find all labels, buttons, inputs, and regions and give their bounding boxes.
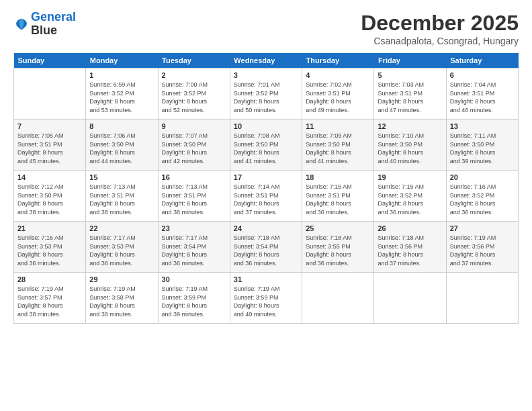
calendar-header: SundayMondayTuesdayWednesdayThursdayFrid… [14,53,519,68]
day-number: 23 [162,224,226,232]
calendar-cell: 20Sunrise: 7:16 AM Sunset: 3:52 PM Dayli… [446,171,518,222]
day-info: Sunrise: 7:13 AM Sunset: 3:51 PM Dayligh… [89,183,154,216]
calendar-cell: 21Sunrise: 7:16 AM Sunset: 3:53 PM Dayli… [14,222,86,273]
calendar-cell: 5Sunrise: 7:03 AM Sunset: 3:51 PM Daylig… [374,68,446,120]
day-number: 11 [306,122,370,130]
weekday-header-wednesday: Wednesday [230,53,302,68]
weekday-header-sunday: Sunday [14,53,86,68]
day-info: Sunrise: 7:06 AM Sunset: 3:50 PM Dayligh… [89,132,154,165]
day-number: 19 [378,173,442,181]
calendar-body: 1Sunrise: 6:59 AM Sunset: 3:52 PM Daylig… [14,68,519,324]
day-number: 20 [450,173,515,181]
day-info: Sunrise: 7:17 AM Sunset: 3:53 PM Dayligh… [89,234,154,267]
calendar-cell: 14Sunrise: 7:12 AM Sunset: 3:50 PM Dayli… [14,171,86,222]
header: General Blue December 2025 Csanadpalota,… [13,11,519,46]
calendar-cell: 13Sunrise: 7:11 AM Sunset: 3:50 PM Dayli… [446,120,518,171]
day-number: 7 [17,122,82,130]
day-number: 25 [306,224,370,232]
day-number: 15 [89,173,154,181]
day-info: Sunrise: 7:16 AM Sunset: 3:53 PM Dayligh… [17,234,82,267]
day-info: Sunrise: 7:11 AM Sunset: 3:50 PM Dayligh… [450,132,515,165]
weekday-header-monday: Monday [86,53,158,68]
month-title: December 2025 [361,11,519,36]
calendar-cell [374,273,446,324]
calendar-week-3: 14Sunrise: 7:12 AM Sunset: 3:50 PM Dayli… [14,171,519,222]
calendar-cell: 28Sunrise: 7:19 AM Sunset: 3:57 PM Dayli… [14,273,86,324]
logo-icon [13,16,30,32]
page: General Blue December 2025 Csanadpalota,… [0,0,532,411]
day-number: 29 [89,275,154,283]
day-info: Sunrise: 7:04 AM Sunset: 3:51 PM Dayligh… [450,81,515,114]
day-number: 28 [17,275,82,283]
day-info: Sunrise: 7:07 AM Sunset: 3:50 PM Dayligh… [162,132,226,165]
day-info: Sunrise: 7:09 AM Sunset: 3:50 PM Dayligh… [306,132,370,165]
day-number: 8 [89,122,154,130]
day-info: Sunrise: 7:18 AM Sunset: 3:54 PM Dayligh… [234,234,298,267]
day-number: 22 [89,224,154,232]
calendar-cell: 11Sunrise: 7:09 AM Sunset: 3:50 PM Dayli… [302,120,374,171]
day-number: 24 [234,224,298,232]
calendar-cell: 31Sunrise: 7:19 AM Sunset: 3:59 PM Dayli… [230,273,302,324]
calendar-cell: 16Sunrise: 7:13 AM Sunset: 3:51 PM Dayli… [158,171,230,222]
calendar-cell [446,273,518,324]
day-info: Sunrise: 7:05 AM Sunset: 3:51 PM Dayligh… [17,132,82,165]
day-number: 1 [89,71,154,79]
day-number: 12 [378,122,442,130]
day-number: 9 [162,122,226,130]
day-number: 30 [162,275,226,283]
calendar-cell: 22Sunrise: 7:17 AM Sunset: 3:53 PM Dayli… [86,222,158,273]
calendar-cell: 27Sunrise: 7:19 AM Sunset: 3:56 PM Dayli… [446,222,518,273]
day-number: 5 [378,71,442,79]
calendar-cell: 4Sunrise: 7:02 AM Sunset: 3:51 PM Daylig… [302,68,374,120]
calendar-cell: 25Sunrise: 7:18 AM Sunset: 3:55 PM Dayli… [302,222,374,273]
calendar-cell: 10Sunrise: 7:08 AM Sunset: 3:50 PM Dayli… [230,120,302,171]
day-number: 6 [450,71,515,79]
calendar-cell: 3Sunrise: 7:01 AM Sunset: 3:52 PM Daylig… [230,68,302,120]
day-number: 18 [306,173,370,181]
calendar-cell: 12Sunrise: 7:10 AM Sunset: 3:50 PM Dayli… [374,120,446,171]
calendar-cell: 8Sunrise: 7:06 AM Sunset: 3:50 PM Daylig… [86,120,158,171]
calendar-cell: 24Sunrise: 7:18 AM Sunset: 3:54 PM Dayli… [230,222,302,273]
day-number: 26 [378,224,442,232]
day-info: Sunrise: 7:14 AM Sunset: 3:51 PM Dayligh… [234,183,298,216]
weekday-header-friday: Friday [374,53,446,68]
title-block: December 2025 Csanadpalota, Csongrad, Hu… [361,11,519,46]
day-number: 4 [306,71,370,79]
day-info: Sunrise: 7:17 AM Sunset: 3:54 PM Dayligh… [162,234,226,267]
weekday-header-tuesday: Tuesday [158,53,230,68]
weekday-header-row: SundayMondayTuesdayWednesdayThursdayFrid… [14,53,519,68]
calendar-cell: 1Sunrise: 6:59 AM Sunset: 3:52 PM Daylig… [86,68,158,120]
day-number: 3 [234,71,298,79]
day-info: Sunrise: 7:19 AM Sunset: 3:56 PM Dayligh… [450,234,515,267]
calendar-table: SundayMondayTuesdayWednesdayThursdayFrid… [13,53,519,324]
day-info: Sunrise: 7:19 AM Sunset: 3:57 PM Dayligh… [17,285,82,318]
day-info: Sunrise: 7:19 AM Sunset: 3:59 PM Dayligh… [234,285,298,318]
day-info: Sunrise: 6:59 AM Sunset: 3:52 PM Dayligh… [89,81,154,114]
calendar-week-2: 7Sunrise: 7:05 AM Sunset: 3:51 PM Daylig… [14,120,519,171]
calendar-cell [14,68,86,120]
day-number: 10 [234,122,298,130]
day-number: 13 [450,122,515,130]
weekday-header-saturday: Saturday [446,53,518,68]
calendar-week-1: 1Sunrise: 6:59 AM Sunset: 3:52 PM Daylig… [14,68,519,120]
day-number: 21 [17,224,82,232]
calendar-cell: 17Sunrise: 7:14 AM Sunset: 3:51 PM Dayli… [230,171,302,222]
day-info: Sunrise: 7:00 AM Sunset: 3:52 PM Dayligh… [162,81,226,114]
location-subtitle: Csanadpalota, Csongrad, Hungary [361,36,519,46]
calendar-cell [302,273,374,324]
weekday-header-thursday: Thursday [302,53,374,68]
day-number: 31 [234,275,298,283]
logo-line2: Blue [31,24,76,38]
calendar-cell: 18Sunrise: 7:15 AM Sunset: 3:51 PM Dayli… [302,171,374,222]
day-number: 27 [450,224,515,232]
day-info: Sunrise: 7:18 AM Sunset: 3:56 PM Dayligh… [378,234,442,267]
day-info: Sunrise: 7:16 AM Sunset: 3:52 PM Dayligh… [450,183,515,216]
logo: General Blue [13,11,76,38]
day-number: 16 [162,173,226,181]
calendar-cell: 7Sunrise: 7:05 AM Sunset: 3:51 PM Daylig… [14,120,86,171]
calendar-cell: 9Sunrise: 7:07 AM Sunset: 3:50 PM Daylig… [158,120,230,171]
day-info: Sunrise: 7:19 AM Sunset: 3:59 PM Dayligh… [162,285,226,318]
day-info: Sunrise: 7:10 AM Sunset: 3:50 PM Dayligh… [378,132,442,165]
calendar-cell: 23Sunrise: 7:17 AM Sunset: 3:54 PM Dayli… [158,222,230,273]
day-info: Sunrise: 7:02 AM Sunset: 3:51 PM Dayligh… [306,81,370,114]
